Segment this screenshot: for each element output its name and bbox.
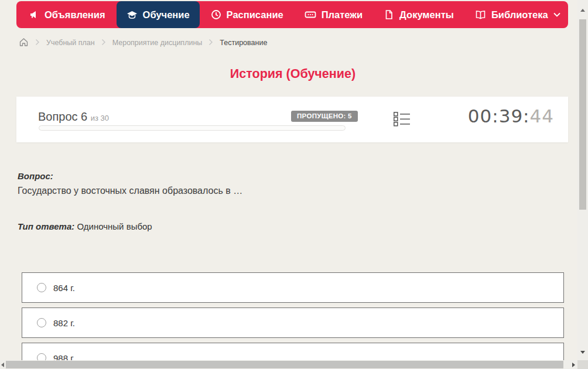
answer-option-label: 864 г. <box>53 283 75 293</box>
question-heading: Вопрос: <box>18 171 53 181</box>
scroll-down-arrow-icon[interactable] <box>580 351 585 354</box>
vertical-scrollbar-thumb[interactable] <box>579 19 586 210</box>
question-list-icon[interactable] <box>394 112 411 129</box>
radio-button[interactable] <box>37 283 46 292</box>
answer-type-value: Одиночный выбор <box>77 221 152 231</box>
nav-item-library[interactable]: Библиотека <box>465 1 570 28</box>
vertical-scrollbar[interactable] <box>577 0 588 360</box>
graduation-cap-icon <box>127 9 138 20</box>
radio-button[interactable] <box>37 318 46 327</box>
breadcrumb-separator-icon <box>35 39 40 47</box>
horizontal-scrollbar-thumb[interactable] <box>6 361 563 368</box>
nav-item-announcements[interactable]: Объявления <box>19 1 115 28</box>
breadcrumb-item-discipline-event[interactable]: Мероприятие дисциплины <box>112 39 203 47</box>
progress-bar <box>39 125 346 131</box>
timer-seconds: 44 <box>530 105 554 127</box>
breadcrumb: Учебный план Мероприятие дисциплины Тест… <box>19 36 267 49</box>
horizontal-scrollbar[interactable] <box>0 360 577 369</box>
nav-item-learning[interactable]: Обучение <box>117 1 200 28</box>
answer-option-label: 882 г. <box>53 318 75 328</box>
skipped-badge: ПРОПУЩЕНО: 5 <box>291 111 358 122</box>
answer-type-label: Тип ответа: <box>18 221 74 231</box>
home-icon[interactable] <box>19 37 29 49</box>
nav-item-label: Объявления <box>45 9 105 20</box>
nav-item-payments[interactable]: Платежи <box>295 1 372 28</box>
library-icon <box>475 9 486 20</box>
answer-option[interactable]: 882 г. <box>22 308 564 338</box>
breadcrumb-item-testing: Тестирование <box>220 39 267 47</box>
answer-option[interactable]: 864 г. <box>22 272 564 303</box>
nav-item-label: Документы <box>399 9 454 20</box>
question-text: Государство у восточных славян образовал… <box>18 186 242 196</box>
megaphone-icon <box>29 9 39 20</box>
chevron-down-icon <box>553 12 560 17</box>
payments-icon <box>305 9 316 20</box>
clock-icon <box>211 9 221 20</box>
nav-item-schedule[interactable]: Расписание <box>201 1 293 28</box>
countdown-timer: 00:39:44 <box>468 105 554 127</box>
scrollbar-corner <box>577 360 588 369</box>
app-window: Объявления Обучение Расписание Платежи Д… <box>0 0 588 369</box>
question-number: Вопрос 6 из 30 <box>38 110 109 124</box>
timer-hours-minutes: 00:39: <box>468 105 530 127</box>
answer-type-row: Тип ответа: Одиночный выбор <box>18 221 152 231</box>
nav-item-label: Расписание <box>227 9 283 20</box>
nav-item-documents[interactable]: Документы <box>374 1 464 28</box>
scroll-right-arrow-icon[interactable] <box>572 363 575 367</box>
nav-item-label: Платежи <box>322 9 363 20</box>
page-title: История (Обучение) <box>0 67 586 81</box>
question-of-total: из 30 <box>91 114 109 122</box>
answer-options: 864 г. 882 г. 988 г. <box>22 272 564 369</box>
nav-item-label: Библиотека <box>491 9 548 20</box>
scroll-left-arrow-icon[interactable] <box>1 363 4 367</box>
breadcrumb-separator-icon <box>101 39 106 47</box>
nav-item-label: Обучение <box>143 9 190 20</box>
breadcrumb-item-curriculum[interactable]: Учебный план <box>46 39 95 47</box>
question-number-label: Вопрос 6 <box>38 110 87 123</box>
document-icon <box>384 9 394 20</box>
top-nav: Объявления Обучение Расписание Платежи Д… <box>16 1 568 28</box>
question-header-panel: Вопрос 6 из 30 ПРОПУЩЕНО: 5 00:39:44 <box>16 97 568 142</box>
scroll-up-arrow-icon[interactable] <box>580 9 585 12</box>
breadcrumb-separator-icon <box>208 39 213 47</box>
